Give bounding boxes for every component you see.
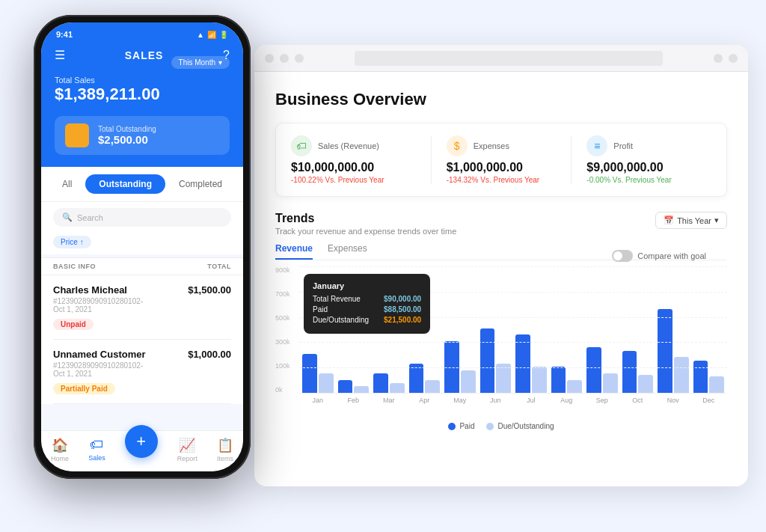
bar-paid-nov — [658, 309, 672, 393]
bar-paid-mar — [373, 373, 388, 393]
status-badge-unpaid: Unpaid — [53, 319, 94, 330]
bar-due-jun — [496, 364, 511, 393]
bar-group-mar[interactable] — [373, 373, 405, 393]
nav-report[interactable]: 📈 Report — [177, 437, 197, 462]
bar-group-aug[interactable] — [551, 367, 583, 393]
status-icons: ▲ 📶 🔋 — [197, 31, 228, 39]
profit-change: -0.00% Vs. Previous Year — [586, 176, 711, 184]
tab-outstanding[interactable]: Outstanding — [85, 174, 165, 194]
profit-label: Profit — [613, 141, 633, 150]
tab-all[interactable]: All — [49, 174, 85, 194]
invoice-name-1: Unnamed Customer — [53, 349, 146, 360]
invoice-item-1[interactable]: Unnamed Customer $1,000.00 #123902890909… — [53, 340, 231, 404]
total-sales-label: Total Sales — [55, 76, 160, 85]
report-icon: 📈 — [179, 437, 195, 453]
bar-group-feb[interactable] — [338, 380, 370, 393]
chart-label-oct: Oct — [622, 397, 654, 404]
nav-sales[interactable]: 🏷 Sales — [88, 437, 105, 462]
url-bar — [355, 51, 663, 66]
search-icon: 🔍 — [62, 213, 73, 222]
expenses-icon: $ — [447, 135, 468, 156]
chart-tooltip: January Total Revenue $90,000.00 Paid $8… — [304, 274, 430, 334]
chart-label-apr: Apr — [409, 397, 441, 404]
page-title: Business Overview — [275, 90, 727, 109]
sales-icon: 🏷 — [291, 135, 312, 156]
trends-subtitle: Track your revenue and expense trends ov… — [275, 227, 456, 236]
chart-legend: Paid Due/Outstanding — [275, 422, 727, 430]
compare-goal-toggle[interactable] — [612, 250, 633, 262]
nav-home[interactable]: 🏠 Home — [51, 437, 69, 462]
bar-due-aug — [567, 380, 582, 393]
bar-due-jan — [319, 373, 334, 393]
tab-revenue[interactable]: Revenue — [275, 243, 313, 260]
bar-group-oct[interactable] — [622, 351, 654, 393]
legend-due-label: Due/Outstanding — [497, 422, 554, 430]
fab-add-button[interactable]: + — [125, 425, 158, 458]
nav-items[interactable]: 📋 Items — [217, 437, 233, 462]
outstanding-amount: $2,500.00 — [98, 133, 156, 146]
window-control-maximize[interactable] — [295, 54, 304, 63]
desktop-card: Business Overview 🏷 Sales (Revenue) $10,… — [254, 45, 748, 486]
bar-group-may[interactable] — [444, 341, 476, 393]
expenses-value: $1,000,000.00 — [447, 161, 572, 174]
phone-mockup: 9:41 ▲ 📶 🔋 ☰ SALES ? Total Sales $1,38 — [22, 15, 262, 509]
bar-group-jan[interactable] — [302, 354, 334, 393]
bar-group-jul[interactable] — [515, 334, 547, 393]
invoice-amount-0: $1,500.00 — [188, 284, 231, 296]
trends-title: Trends — [275, 212, 456, 225]
nav-sales-label: Sales — [88, 454, 105, 462]
sales-nav-icon: 🏷 — [90, 437, 103, 453]
bar-group-sep[interactable] — [586, 347, 618, 393]
tab-completed[interactable]: Completed — [165, 174, 236, 194]
tab-expenses[interactable]: Expenses — [328, 243, 367, 260]
invoice-list: Charles Micheal $1,500.00 #1239028909091… — [41, 275, 243, 404]
y-label-900k: 900k — [275, 266, 290, 274]
bar-due-may — [461, 370, 476, 393]
window-control-close[interactable] — [265, 54, 274, 63]
y-label-0k: 0k — [275, 386, 290, 394]
toolbar-btn-2[interactable] — [729, 54, 738, 63]
invoice-item-0[interactable]: Charles Micheal $1,500.00 #1239028909091… — [53, 275, 231, 340]
y-label-700k: 700k — [275, 290, 290, 298]
sales-change: -100.22% Vs. Previous Year — [291, 176, 416, 184]
this-month-badge[interactable]: This Month ▾ — [171, 56, 230, 69]
chart-label-dec: Dec — [693, 397, 725, 404]
trends-header: Trends Track your revenue and expense tr… — [275, 212, 727, 236]
search-input-wrap[interactable]: 🔍 Search — [53, 208, 231, 227]
this-month-label: This Month — [179, 58, 215, 67]
chart-label-sep: Sep — [586, 397, 618, 404]
calendar-icon: 📅 — [664, 215, 674, 225]
toolbar-btn-1[interactable] — [714, 54, 723, 63]
sales-value: $10,000,000.00 — [291, 161, 416, 174]
phone-shell: 9:41 ▲ 📶 🔋 ☰ SALES ? Total Sales $1,38 — [34, 15, 251, 479]
search-placeholder: Search — [77, 213, 103, 222]
outstanding-icon — [65, 123, 89, 147]
hamburger-icon[interactable]: ☰ — [55, 48, 65, 62]
total-sales-section: Total Sales $1,389,211.00 This Month ▾ T… — [41, 70, 243, 167]
phone-screen: 9:41 ▲ 📶 🔋 ☰ SALES ? Total Sales $1,38 — [41, 22, 243, 471]
status-bar: 9:41 ▲ 📶 🔋 — [41, 22, 243, 43]
total-sales-amount: $1,389,211.00 — [55, 85, 160, 104]
battery-icon: 🔋 — [219, 31, 228, 39]
metrics-row: 🏷 Sales (Revenue) $10,000,000.00 -100.22… — [275, 123, 727, 197]
chart-area: 0k 100k 300k 500k 700k 900k — [275, 266, 727, 416]
bar-group-nov[interactable] — [658, 309, 689, 393]
bar-group-jun[interactable] — [480, 328, 512, 393]
bar-due-apr — [425, 380, 440, 393]
this-year-button[interactable]: 📅 This Year ▾ — [655, 212, 727, 229]
outstanding-label: Total Outstanding — [98, 125, 156, 133]
chart-label-mar: Mar — [373, 397, 405, 404]
tooltip-due-value: $21,500.00 — [384, 316, 421, 324]
bar-paid-apr — [409, 364, 424, 393]
bar-group-apr[interactable] — [409, 364, 441, 393]
home-icon: 🏠 — [52, 437, 68, 453]
window-control-minimize[interactable] — [280, 54, 289, 63]
price-filter-badge[interactable]: Price ↑ — [53, 236, 91, 248]
chart-label-aug: Aug — [551, 397, 583, 404]
chart-label-feb: Feb — [338, 397, 370, 404]
legend-due-dot — [486, 423, 494, 430]
chart-label-jan: Jan — [302, 397, 334, 404]
bar-group-dec[interactable] — [693, 361, 725, 393]
invoice-id-0: #12390289090910280102- — [53, 297, 231, 305]
bar-due-oct — [638, 375, 653, 393]
